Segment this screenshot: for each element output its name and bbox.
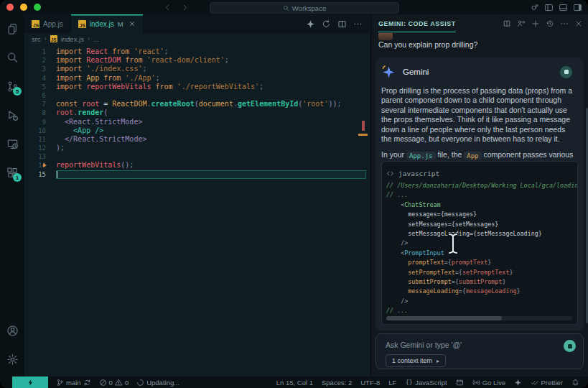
inline-code: App <box>464 152 481 160</box>
layout-sidebar-right-icon[interactable] <box>573 3 582 12</box>
traffic-lights <box>6 4 41 11</box>
tab-bar: JS App.js JS index.js M <box>24 14 370 33</box>
inline-code: App.js <box>406 152 436 160</box>
tab-App.js[interactable]: JS App.js <box>24 14 71 33</box>
code-line[interactable]: reportWebVitals(); <box>56 161 366 170</box>
git-branch-item[interactable]: main <box>56 379 91 387</box>
activity-source-control[interactable]: 5 <box>0 72 24 101</box>
activity-account[interactable] <box>0 316 24 345</box>
code-line[interactable]: <React.StrictMode> <box>56 118 366 126</box>
command-center[interactable]: Workspace <box>210 2 399 14</box>
line-number: 15 <box>24 170 56 179</box>
activity-run-debug[interactable] <box>0 101 24 129</box>
scrollbar-thumb[interactable] <box>386 316 502 320</box>
code-block-line: // /Users/danzaharia/Desktop/Working Loc… <box>386 181 573 190</box>
broadcast-icon <box>472 379 480 387</box>
history-icon[interactable] <box>546 19 554 28</box>
stop-button[interactable] <box>564 340 576 352</box>
code-line[interactable]: import ReactDOM from 'react-dom/client'; <box>56 56 366 65</box>
feedback-icon[interactable] <box>517 19 526 28</box>
status-spaces-2[interactable]: Spaces: 2 <box>322 379 352 387</box>
gemini-panel: GEMINI: CODE ASSIST Can you explain prop… <box>370 14 588 377</box>
user-message: Can you explain prop drilling? <box>378 40 477 49</box>
account-status-icon[interactable] <box>530 3 539 12</box>
status-go-live[interactable]: Go Live <box>472 379 506 387</box>
status-lf[interactable]: LF <box>388 379 396 387</box>
forward-arrow-icon[interactable] <box>181 4 189 11</box>
run-debug-icon <box>6 109 19 121</box>
warning-icon <box>115 379 123 387</box>
activity-extensions[interactable]: 1 <box>0 158 24 187</box>
code-line[interactable]: ); <box>56 144 366 152</box>
status-ln-15-col-1[interactable]: Ln 15, Col 1 <box>276 379 313 387</box>
problems-item[interactable]: 0 0 <box>99 379 129 387</box>
sync-icon <box>83 379 91 387</box>
code-line[interactable] <box>56 152 366 161</box>
breadcrumb[interactable]: src›JSindex.js›... <box>24 33 370 45</box>
code-line[interactable]: import React from 'react'; <box>56 47 366 56</box>
status-sparkle[interactable] <box>514 379 522 387</box>
layout-sidebar-left-icon[interactable] <box>544 3 554 12</box>
zoom-window-button[interactable] <box>34 4 41 11</box>
horizontal-scrollbar[interactable] <box>386 316 573 320</box>
code-editor[interactable]: 123456789101112131415 import React from … <box>24 45 370 377</box>
tab-index.js[interactable]: JS index.js M <box>71 14 144 33</box>
close-icon[interactable] <box>574 19 583 28</box>
layout-panel-icon[interactable] <box>559 3 568 12</box>
status-utf-8[interactable]: UTF-8 <box>360 379 380 387</box>
remote-indicator[interactable] <box>12 377 48 388</box>
code-line[interactable]: </React.StrictMode> <box>56 135 366 144</box>
assistant-name: Gemini <box>403 68 429 76</box>
badge: 1 <box>13 173 22 182</box>
activity-settings[interactable] <box>0 345 24 374</box>
code-tag-icon <box>386 170 394 177</box>
close-window-button[interactable] <box>6 4 14 11</box>
updating-item[interactable]: Updating... <box>136 379 179 387</box>
plus-icon[interactable] <box>531 19 540 28</box>
code-line[interactable]: import App from './App'; <box>56 74 366 83</box>
ellipsis-icon[interactable] <box>353 19 363 29</box>
line-number: 5 <box>24 83 56 91</box>
code-line[interactable] <box>56 91 366 100</box>
loop-icon[interactable] <box>322 19 331 29</box>
ellipsis-icon[interactable] <box>560 19 569 28</box>
split-icon[interactable] <box>337 19 347 29</box>
sparkle-icon <box>514 379 522 387</box>
git-modified-badge: M <box>118 20 123 28</box>
code-block-line: <PromptInput <box>386 249 573 258</box>
code-line[interactable]: <App /> <box>56 126 366 135</box>
gemini-panel-title[interactable]: GEMINI: CODE ASSIST <box>378 15 456 32</box>
code-line[interactable]: import './index.css'; <box>56 65 366 73</box>
code-line[interactable] <box>56 170 366 179</box>
stop-generating-button[interactable] <box>560 66 572 78</box>
close-icon[interactable] <box>129 20 136 27</box>
status-browser[interactable] <box>456 379 464 387</box>
javascript-file-icon: JS <box>50 35 57 42</box>
status-prettier[interactable]: Prettier <box>531 379 563 387</box>
gemini-logo-icon <box>381 65 396 80</box>
minimize-window-button[interactable] <box>20 4 27 11</box>
code-block-line: setMessageLoading={setMessageLoading} <box>386 229 573 239</box>
check2-icon <box>531 379 538 387</box>
status-bell[interactable] <box>571 379 579 387</box>
status-javascript[interactable]: {}JavaScript <box>405 379 447 387</box>
book-icon[interactable] <box>503 19 511 28</box>
javascript-file-icon: JS <box>78 20 86 28</box>
line-number: 4 <box>24 74 56 83</box>
search-icon <box>6 52 19 64</box>
activity-explorer[interactable] <box>0 14 24 43</box>
panel-scrollbar[interactable] <box>586 108 588 323</box>
activity-remote-explorer[interactable] <box>0 129 24 158</box>
gemini-panel-header: GEMINI: CODE ASSIST <box>371 14 588 33</box>
code-block-line: setPromptText={setPromptText} <box>386 268 573 277</box>
back-arrow-icon[interactable] <box>164 4 172 11</box>
gemini-input-box[interactable]: Ask Gemini or type '@' 1 context item ▸ <box>375 333 584 369</box>
code-line[interactable]: const root = ReactDOM.createRoot(documen… <box>56 100 366 108</box>
code-line[interactable]: import reportWebVitals from './reportWeb… <box>56 83 366 91</box>
sparkle-icon[interactable] <box>306 19 315 29</box>
remote-icon <box>27 379 34 387</box>
activity-search[interactable] <box>0 43 24 72</box>
context-items-button[interactable]: 1 context item ▸ <box>386 354 446 367</box>
code-block-line: submitPrompt={submitPrompt} <box>386 277 573 287</box>
code-line[interactable]: root.render( <box>56 108 366 117</box>
